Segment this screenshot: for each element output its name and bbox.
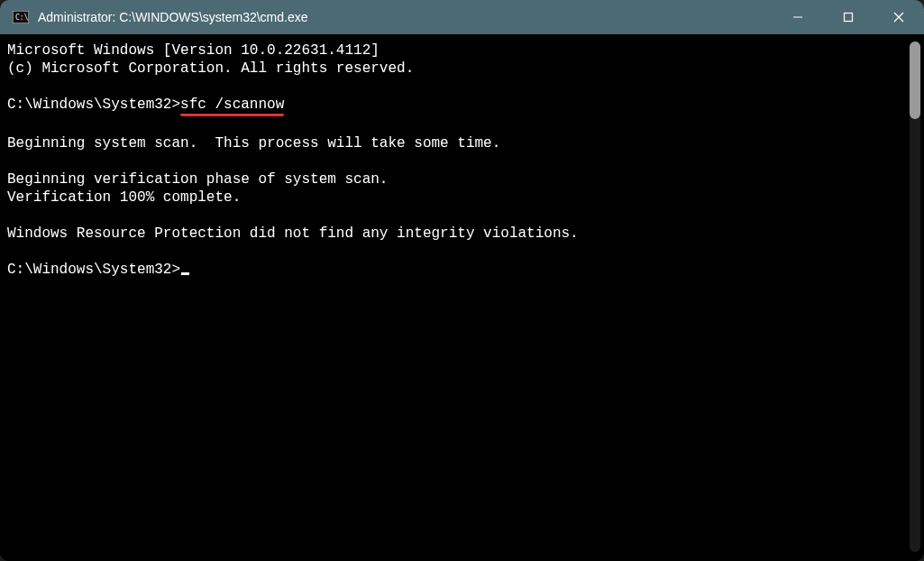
out-line: Windows Resource Protection did not find… (7, 225, 579, 242)
svg-rect-3 (845, 14, 853, 22)
cmd-window: C:\ Administrator: C:\WINDOWS\system32\c… (0, 0, 924, 561)
out-line: Beginning verification phase of system s… (7, 171, 388, 188)
out-line: Microsoft Windows [Version 10.0.22631.41… (7, 42, 380, 59)
entered-command: sfc /scannow (180, 96, 284, 116)
text-cursor (181, 272, 189, 275)
close-button[interactable] (874, 0, 924, 34)
cmd-icon: C:\ (13, 11, 29, 23)
prompt: C:\Windows\System32> (7, 97, 180, 113)
terminal-area[interactable]: Microsoft Windows [Version 10.0.22631.41… (0, 34, 924, 561)
scrollbar-thumb[interactable] (910, 41, 920, 119)
prompt: C:\Windows\System32> (7, 262, 180, 278)
scrollbar-track[interactable] (910, 41, 920, 552)
minimize-button[interactable] (773, 0, 823, 34)
out-line: Beginning system scan. This process will… (7, 135, 500, 152)
out-line: Verification 100% complete. (7, 189, 241, 206)
out-line: (c) Microsoft Corporation. All rights re… (7, 60, 414, 77)
maximize-button[interactable] (823, 0, 874, 34)
title-bar[interactable]: C:\ Administrator: C:\WINDOWS\system32\c… (0, 0, 924, 34)
terminal-output: Microsoft Windows [Version 10.0.22631.41… (0, 34, 908, 561)
window-title: Administrator: C:\WINDOWS\system32\cmd.e… (38, 10, 308, 24)
svg-text:C:\: C:\ (15, 14, 29, 22)
